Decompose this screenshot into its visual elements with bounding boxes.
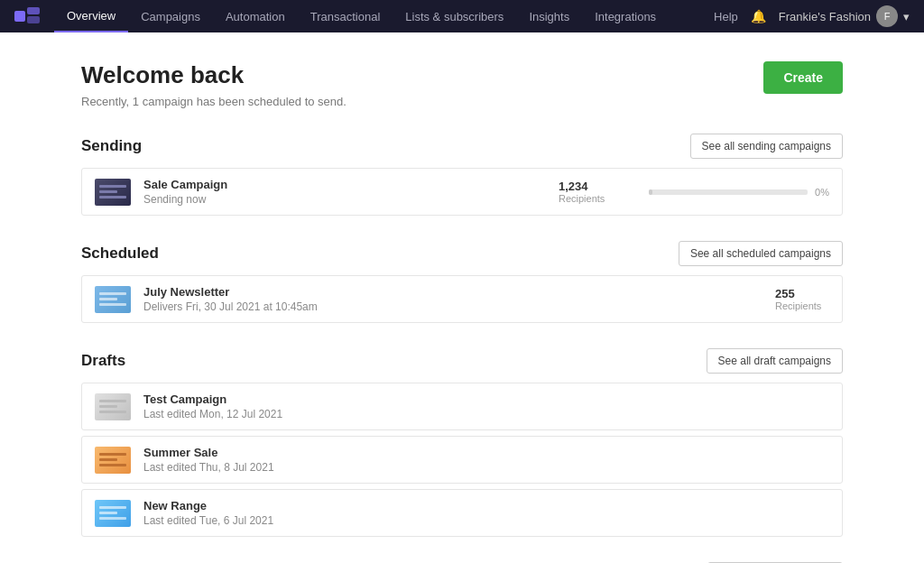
list-item[interactable]: July Newsletter Delivers Fri, 30 Jul 202… (81, 275, 843, 323)
campaign-info: Summer Sale Last edited Thu, 8 Jul 2021 (143, 446, 829, 474)
campaign-info: Sale Campaign Sending now (143, 178, 559, 206)
logo[interactable] (14, 7, 40, 25)
drafts-header: Drafts See all draft campaigns (81, 348, 843, 374)
nav-items: Overview Campaigns Automation Transactio… (54, 0, 714, 32)
recipients-stat: 1,234 Recipients (559, 180, 613, 204)
drafts-title: Drafts (81, 352, 125, 370)
drafts-section: Drafts See all draft campaigns Test Camp… (81, 348, 843, 537)
campaign-status: Last edited Mon, 12 Jul 2021 (143, 408, 829, 420)
progress-bar-bg (649, 189, 808, 195)
campaign-status: Delivers Fri, 30 Jul 2021 at 10:45am (143, 300, 775, 313)
scheduled-header: Scheduled See all scheduled campaigns (81, 241, 843, 266)
see-all-sending-button[interactable]: See all sending campaigns (690, 134, 843, 159)
page-title: Welcome back (81, 61, 346, 89)
progress-percent: 0% (815, 187, 829, 198)
campaign-name: New Range (143, 499, 829, 512)
campaign-status: Sending now (143, 193, 559, 206)
page-header: Welcome back Recently, 1 campaign has be… (81, 61, 843, 108)
header-text: Welcome back Recently, 1 campaign has be… (81, 61, 346, 108)
main-content: Welcome back Recently, 1 campaign has be… (0, 32, 924, 563)
nav-integrations[interactable]: Integrations (582, 0, 669, 32)
progress-bar-fill (649, 189, 652, 195)
campaign-name: Test Campaign (143, 392, 829, 406)
nav-insights[interactable]: Insights (516, 0, 582, 32)
recipients-label: Recipients (775, 300, 829, 311)
campaign-status: Last edited Thu, 8 Jul 2021 (143, 461, 829, 474)
recipients-number: 1,234 (559, 180, 613, 193)
campaign-thumbnail (95, 179, 131, 206)
campaign-thumbnail (95, 447, 131, 474)
nav-right: Help 🔔 Frankie's Fashion F ▾ (714, 5, 910, 27)
campaign-info: July Newsletter Delivers Fri, 30 Jul 202… (143, 285, 775, 313)
help-link[interactable]: Help (714, 10, 738, 23)
campaign-name: July Newsletter (143, 285, 775, 299)
campaign-info: New Range Last edited Tue, 6 Jul 2021 (143, 499, 829, 527)
create-button[interactable]: Create (763, 61, 843, 94)
avatar: F (876, 5, 898, 27)
scheduled-title: Scheduled (81, 245, 159, 263)
list-item[interactable]: Summer Sale Last edited Thu, 8 Jul 2021 (81, 436, 843, 484)
recipients-stat: 255 Recipients (775, 287, 829, 311)
nav-campaigns[interactable]: Campaigns (128, 0, 213, 32)
svg-rect-0 (14, 11, 25, 22)
user-menu[interactable]: Frankie's Fashion F ▾ (779, 5, 910, 27)
campaign-thumbnail (95, 500, 131, 527)
nav-overview[interactable]: Overview (54, 0, 128, 32)
svg-rect-1 (27, 7, 40, 14)
sending-header: Sending See all sending campaigns (81, 134, 843, 159)
bell-icon[interactable]: 🔔 (751, 9, 766, 23)
campaign-stats: 255 Recipients (775, 287, 829, 311)
svg-rect-2 (27, 16, 40, 23)
user-name: Frankie's Fashion (779, 10, 871, 23)
scheduled-section: Scheduled See all scheduled campaigns Ju… (81, 241, 843, 323)
campaign-name: Summer Sale (143, 446, 829, 459)
campaign-stats: 1,234 Recipients 0% (559, 180, 829, 204)
list-item[interactable]: Test Campaign Last edited Mon, 12 Jul 20… (81, 383, 843, 430)
campaign-info: Test Campaign Last edited Mon, 12 Jul 20… (143, 392, 829, 420)
sending-title: Sending (81, 137, 142, 155)
campaign-thumbnail (95, 393, 131, 420)
campaign-thumbnail (95, 286, 131, 313)
page-subtitle: Recently, 1 campaign has been scheduled … (81, 95, 346, 108)
navbar: Overview Campaigns Automation Transactio… (0, 0, 924, 32)
nav-automation[interactable]: Automation (213, 0, 298, 32)
recipients-number: 255 (775, 287, 829, 300)
recipients-label: Recipients (559, 193, 613, 204)
list-item[interactable]: Sale Campaign Sending now 1,234 Recipien… (81, 168, 843, 216)
progress-area: 0% (649, 187, 829, 198)
campaign-name: Sale Campaign (143, 178, 559, 191)
campaign-status: Last edited Tue, 6 Jul 2021 (143, 514, 829, 527)
sending-section: Sending See all sending campaigns Sale C… (81, 134, 843, 216)
nav-transactional[interactable]: Transactional (298, 0, 393, 32)
see-all-scheduled-button[interactable]: See all scheduled campaigns (679, 241, 843, 266)
nav-lists[interactable]: Lists & subscribers (393, 0, 516, 32)
list-item[interactable]: New Range Last edited Tue, 6 Jul 2021 (81, 489, 843, 537)
chevron-down-icon: ▾ (903, 10, 910, 23)
see-all-drafts-button[interactable]: See all draft campaigns (707, 348, 843, 374)
